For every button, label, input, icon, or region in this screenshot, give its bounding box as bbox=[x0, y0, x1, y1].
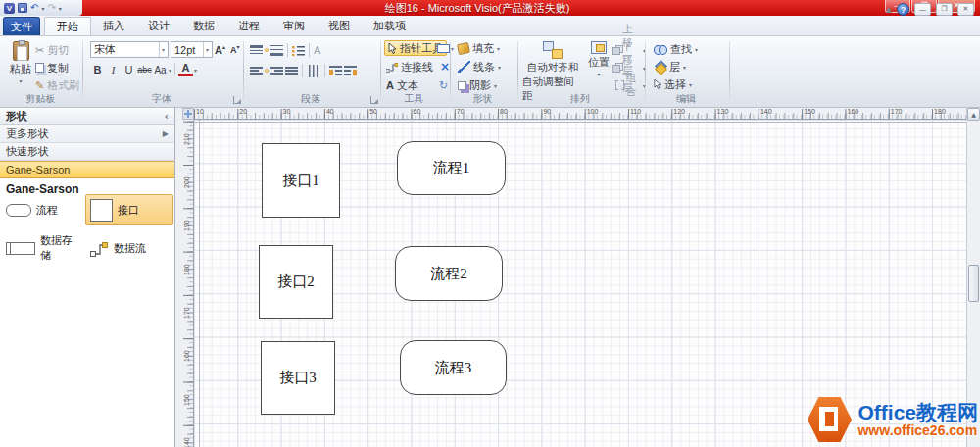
tab-7[interactable]: 视图 bbox=[317, 17, 362, 35]
stencil-item-2[interactable]: 接口 bbox=[85, 194, 173, 225]
tab-4[interactable]: 数据 bbox=[181, 17, 226, 35]
change-case-button[interactable]: Aa bbox=[153, 63, 168, 77]
connection-point-tool-button[interactable]: × bbox=[440, 59, 450, 74]
paragraph-group-label: 段落 bbox=[244, 92, 377, 106]
change-case-dropdown-icon[interactable]: ▾ bbox=[169, 67, 172, 74]
line-button[interactable]: 线条 ▾ bbox=[458, 59, 501, 74]
connector-tool-button[interactable]: 连接线 bbox=[386, 59, 433, 74]
h-ruler-label: 120 bbox=[673, 108, 685, 115]
grow-shrink-text-button[interactable]: A bbox=[314, 44, 320, 56]
doc-minimize-button[interactable]: — bbox=[914, 3, 931, 16]
format-painter-button[interactable]: ✎ 格式刷 bbox=[35, 77, 79, 93]
shrink-font-button[interactable]: A▾ bbox=[230, 43, 240, 55]
group-arrange: 自动对齐和 自动调整间距 位置 ▾ 上移一层 ▾ 下移一层 ▾ 组合 ▾ 排列 bbox=[518, 36, 646, 107]
fill-label: 填充 bbox=[472, 41, 494, 56]
tab-1[interactable]: 开始 bbox=[44, 17, 91, 35]
align-center-button[interactable] bbox=[265, 69, 269, 73]
canvas-shape-interface[interactable]: 接口1 bbox=[262, 143, 340, 218]
clipboard-group-label: 剪贴板 bbox=[2, 92, 79, 106]
shadow-button[interactable]: 阴影 ▾ bbox=[458, 77, 497, 93]
bullets-icon[interactable] bbox=[292, 44, 305, 56]
text-direction-icon[interactable] bbox=[307, 65, 320, 77]
tab-6[interactable]: 审阅 bbox=[271, 17, 317, 35]
bold-button[interactable]: B bbox=[90, 63, 105, 77]
grow-font-button[interactable]: A▴ bbox=[215, 43, 225, 56]
scroll-up-icon[interactable]: ▲ bbox=[967, 108, 980, 121]
position-button[interactable]: 位置 ▾ bbox=[585, 41, 612, 77]
dataflow-shape-icon bbox=[89, 238, 109, 258]
font-size-combo[interactable]: 12pt ▾ bbox=[171, 41, 213, 58]
font-color-dropdown-icon[interactable]: ▾ bbox=[194, 67, 197, 74]
undo-dropdown-icon[interactable]: ▾ bbox=[41, 5, 44, 12]
divider bbox=[287, 43, 288, 57]
underline-button[interactable]: U bbox=[122, 63, 136, 77]
window-title: 绘图16 - Microsoft Visio(产品激活失败) bbox=[82, 1, 872, 16]
tab-8[interactable]: 加载项 bbox=[362, 17, 417, 35]
save-icon[interactable] bbox=[18, 3, 27, 13]
decrease-indent-icon[interactable] bbox=[329, 65, 342, 76]
tab-file[interactable]: 文件 bbox=[3, 17, 40, 35]
align-top-button[interactable] bbox=[250, 44, 263, 56]
square-shape-icon bbox=[90, 199, 113, 222]
stencil-tab-gane-sarson[interactable]: Gane-Sarson bbox=[0, 161, 174, 178]
paste-label: 粘贴 bbox=[10, 62, 31, 76]
tab-5[interactable]: 进程 bbox=[226, 17, 271, 35]
redo-icon[interactable]: ↷ bbox=[47, 3, 55, 13]
group-button[interactable]: 组合 ▾ bbox=[615, 77, 646, 93]
doc-restore-button[interactable]: ❐ bbox=[936, 3, 953, 16]
undo-icon[interactable]: ↶ bbox=[30, 3, 38, 13]
find-icon bbox=[654, 45, 667, 54]
align-right-button[interactable] bbox=[270, 65, 283, 76]
layers-button[interactable]: 层 ▾ bbox=[654, 59, 686, 74]
increase-indent-icon[interactable] bbox=[344, 65, 357, 76]
italic-button[interactable]: I bbox=[106, 63, 121, 77]
collapse-panel-icon[interactable]: ‹ bbox=[164, 110, 169, 123]
font-family-combo[interactable]: 宋体 ▾ bbox=[90, 41, 169, 58]
watermark: Office教程网 www.office26.com bbox=[807, 396, 978, 443]
canvas-shape-process[interactable]: 流程1 bbox=[397, 141, 506, 195]
cut-button[interactable]: ✂ 剪切 bbox=[35, 42, 69, 58]
canvas-shape-process[interactable]: 流程2 bbox=[395, 246, 503, 301]
stencil-item-1[interactable]: 流程 bbox=[2, 194, 84, 225]
pointer-icon bbox=[388, 43, 397, 54]
watermark-title: Office教程网 bbox=[858, 402, 978, 423]
doc-close-button[interactable]: ✕ bbox=[957, 3, 974, 16]
tab-2[interactable]: 插入 bbox=[91, 17, 136, 35]
text-tool-label: 文本 bbox=[397, 78, 418, 93]
paste-button[interactable]: 粘贴 ▾ bbox=[8, 41, 33, 84]
fill-button[interactable]: 填充 ▾ bbox=[458, 40, 500, 56]
scrollbar-thumb[interactable] bbox=[968, 265, 979, 302]
canvas-shape-process[interactable]: 流程3 bbox=[400, 340, 507, 395]
strikethrough-button[interactable]: abc bbox=[137, 63, 152, 77]
qat-customize-icon[interactable]: ▾ bbox=[59, 5, 62, 12]
freeform-tool-button[interactable]: ↻ bbox=[439, 77, 448, 93]
align-bottom-button[interactable] bbox=[270, 44, 283, 56]
align-middle-button[interactable] bbox=[265, 48, 269, 52]
help-icon[interactable]: ? bbox=[897, 3, 909, 16]
page-left-edge bbox=[199, 120, 200, 447]
text-tool-button[interactable]: A 文本 bbox=[386, 77, 418, 93]
find-button[interactable]: 查找 ▾ bbox=[654, 41, 698, 57]
font-color-button[interactable]: A bbox=[178, 63, 193, 76]
canvas-shape-interface[interactable]: 接口2 bbox=[259, 245, 333, 319]
stencil-item-3[interactable]: 数据存储 bbox=[2, 232, 84, 264]
divider bbox=[324, 64, 325, 77]
stencil-item-label: 数据流 bbox=[114, 241, 146, 256]
align-left-button[interactable] bbox=[250, 65, 263, 76]
canvas-shape-interface[interactable]: 接口3 bbox=[261, 341, 335, 415]
stencil-item-4[interactable]: 数据流 bbox=[85, 232, 173, 264]
v-ruler-label: 210 bbox=[183, 125, 190, 145]
copy-button[interactable]: 复制 bbox=[35, 60, 69, 75]
line-label: 线条 bbox=[473, 60, 495, 74]
quick-shapes-row[interactable]: 快速形状 bbox=[0, 143, 174, 161]
v-ruler-label: 150 bbox=[183, 386, 190, 406]
justify-button[interactable] bbox=[285, 65, 298, 76]
more-shapes-row[interactable]: 更多形状 ▶ bbox=[0, 125, 174, 143]
minimize-ribbon-icon[interactable]: ▲ bbox=[886, 5, 892, 14]
select-button[interactable]: 选择 ▾ bbox=[654, 76, 692, 92]
send-backward-icon bbox=[615, 63, 620, 73]
visio-app-icon[interactable]: V bbox=[4, 3, 15, 14]
group-shape: 填充 ▾ 线条 ▾ 阴影 ▾ 形状 bbox=[451, 36, 518, 107]
tab-3[interactable]: 设计 bbox=[136, 17, 181, 35]
h-ruler-label: 140 bbox=[760, 108, 772, 115]
